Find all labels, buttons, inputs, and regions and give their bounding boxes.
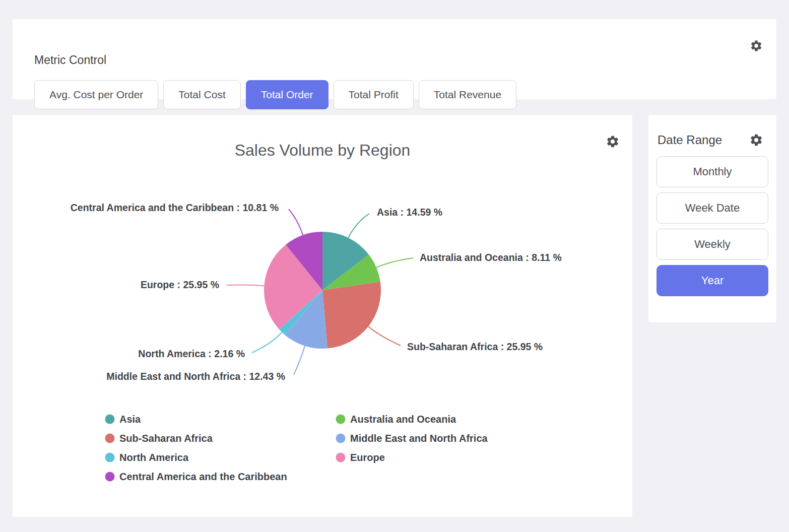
legend-label-middle-east-and-north-africa: Middle East and North Africa (350, 433, 488, 444)
dashboard-page: Metric Control Avg. Cost per OrderTotal … (0, 0, 789, 532)
legend-label-australia-and-oceania: Australia and Oceania (350, 414, 456, 425)
metric-button-total-revenue[interactable]: Total Revenue (419, 80, 516, 109)
legend-item-central-america-and-the-caribbean[interactable]: Central America and the Caribbean (105, 471, 287, 482)
pie-slice-sub-saharan-africa[interactable] (322, 282, 381, 348)
legend-label-north-america: North America (119, 452, 189, 463)
date-range-title: Date Range (658, 133, 722, 147)
pie-label-line-australia-and-oceania (376, 258, 413, 268)
legend-dot-middle-east-and-north-africa (336, 434, 346, 443)
legend-dot-north-america (105, 453, 115, 462)
metric-control-panel: Metric Control Avg. Cost per OrderTotal … (13, 19, 776, 99)
legend-item-europe[interactable]: Europe (336, 452, 385, 463)
legend-item-asia[interactable]: Asia (105, 414, 142, 425)
legend-item-australia-and-oceania[interactable]: Australia and Oceania (336, 414, 456, 425)
metric-button-total-profit[interactable]: Total Profit (334, 80, 414, 109)
date-range-panel: Date Range MonthlyWeek DateWeeklyYear (648, 115, 776, 322)
date-range-button-week-date[interactable]: Week Date (656, 192, 768, 224)
legend-label-europe: Europe (350, 452, 385, 463)
date-range-header: Date Range (658, 133, 763, 147)
pie-label-line-north-america (252, 332, 282, 353)
legend-label-asia: Asia (119, 414, 141, 425)
pie-label-line-sub-saharan-africa (368, 326, 401, 346)
pie-label-europe: Europe : 25.95 % (141, 279, 219, 290)
metric-button-total-cost[interactable]: Total Cost (163, 80, 240, 109)
pie-label-asia: Asia : 14.59 % (377, 207, 442, 218)
pie-label-line-middle-east-and-north-africa (294, 346, 305, 375)
legend-label-sub-saharan-africa: Sub-Saharan Africa (119, 433, 213, 444)
legend-label-central-america-and-the-caribbean: Central America and the Caribbean (119, 471, 287, 482)
metric-button-avg-cost-per-order[interactable]: Avg. Cost per Order (34, 80, 158, 109)
legend-dot-europe (336, 453, 346, 462)
pie-label-middle-east-and-north-africa: Middle East and North Africa : 12.43 % (106, 371, 285, 382)
date-range-settings-gear-icon[interactable] (749, 133, 763, 147)
legend-item-sub-saharan-africa[interactable]: Sub-Saharan Africa (105, 433, 213, 444)
chart-panel: Sales Volume by Region Asia : 14.59 %Asi… (13, 115, 632, 517)
legend-item-north-america[interactable]: North America (105, 452, 189, 463)
pie-label-line-europe (227, 285, 264, 286)
date-range-button-group: MonthlyWeek DateWeeklyYear (656, 156, 768, 296)
pie-chart: Asia : 14.59 %AsiaAustralia and Oceania … (13, 115, 632, 517)
pie-label-australia-and-oceania: Australia and Oceania : 8.11 % (420, 252, 562, 263)
metric-button-total-order[interactable]: Total Order (246, 80, 328, 109)
legend-dot-australia-and-oceania (336, 415, 346, 424)
date-range-button-monthly[interactable]: Monthly (656, 156, 768, 187)
metric-settings-gear-icon[interactable] (750, 39, 763, 52)
pie-label-north-america: North America : 2.16 % (138, 348, 245, 359)
pie-label-line-asia (348, 214, 369, 238)
date-range-button-year[interactable]: Year (656, 265, 768, 296)
pie-label-line-central-america-and-the-caribbean (289, 209, 303, 235)
metric-control-title: Metric Control (34, 53, 106, 67)
date-range-button-weekly[interactable]: Weekly (656, 229, 768, 260)
metric-button-group: Avg. Cost per OrderTotal CostTotal Order… (34, 80, 516, 109)
legend-dot-asia (105, 415, 115, 424)
legend-dot-central-america-and-the-caribbean (105, 472, 115, 482)
pie-label-central-america-and-the-caribbean: Central America and the Caribbean : 10.8… (71, 202, 279, 213)
legend-item-middle-east-and-north-africa[interactable]: Middle East and North Africa (336, 433, 488, 444)
legend-dot-sub-saharan-africa (105, 434, 115, 443)
pie-label-sub-saharan-africa: Sub-Saharan Africa : 25.95 % (407, 341, 543, 352)
